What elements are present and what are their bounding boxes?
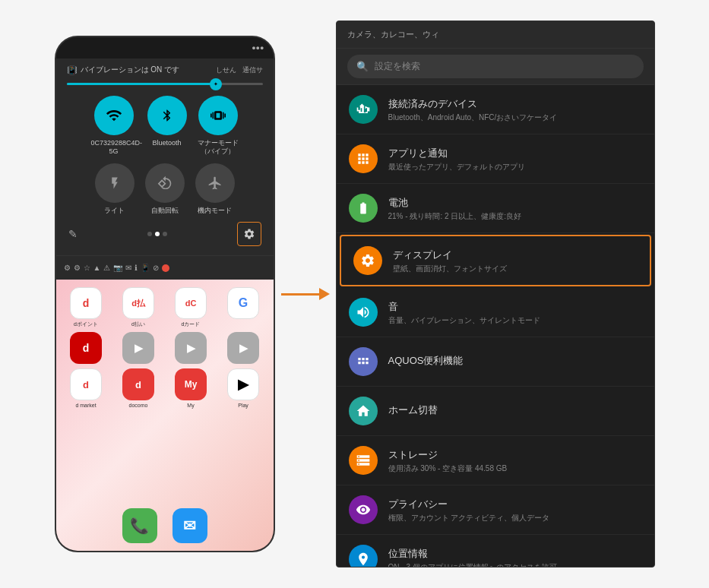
brightness-row [67,83,263,85]
privacy-icon [349,495,378,524]
rotate-toggle[interactable]: 自動回転 [145,163,185,215]
settings-panel: カメラ、カレコー、ウィ 🔍 設定を検索 接続済みのデバイス Bluetooth、 [336,21,655,567]
aquos-title: AQUOS便利機能 [388,354,642,368]
app-dcard[interactable]: dC dカード [167,287,215,327]
vibration-label: 📳 バイブレーションは ON です [67,65,180,75]
connected-devices-subtitle: Bluetooth、Android Auto、NFC/おさいフケータイ [388,112,642,122]
app-generic3[interactable]: ▶ [220,332,267,364]
app-generic2[interactable]: ▶ [167,332,215,364]
location-title: 位置情報 [388,547,642,561]
manner-toggle[interactable]: マナーモード（バイブ） [198,96,239,156]
display-icon [353,246,382,275]
app-d2[interactable]: d [62,332,110,364]
app-dmarket[interactable]: d d market [62,368,110,409]
dot-1 [147,232,152,236]
edit-icon[interactable]: ✎ [68,228,78,240]
settings-item-battery[interactable]: 電池 21% - 残り時間: 2 日以上、健康度:良好 [337,184,654,233]
sound-subtitle: 音量、バイブレーション、サイレントモード [388,315,642,325]
bluetooth-icon [147,96,187,135]
privacy-text: プライバシー 権限、アカウント アクティビティ、個人データ [388,498,642,523]
apps-title: アプリと通知 [388,147,642,160]
settings-item-apps[interactable]: アプリと通知 最近使ったアプリ、デフォルトのアプリ [337,134,654,184]
settings-list: 接続済みのデバイス Bluetooth、Android Auto、NFC/おさい… [337,85,654,567]
bluetooth-toggle[interactable]: Bluetooth [147,96,187,156]
storage-icon [349,446,378,475]
airplane-icon [195,163,235,203]
storage-title: ストレージ [388,448,642,462]
battery-subtitle: 21% - 残り時間: 2 日以上、健康度:良好 [388,211,642,221]
phone-status-bar: ●●● [56,37,274,58]
main-container: ●●● 📳 バイブレーションは ON です しせん 通信サ [0,0,709,588]
sound-title: 音 [388,300,642,314]
airplane-toggle[interactable]: 機内モード [195,163,235,215]
location-icon [349,545,378,567]
storage-subtitle: 使用済み 30% - 空き容量 44.58 GB [388,463,642,473]
rotate-icon [145,163,185,203]
settings-item-storage[interactable]: ストレージ 使用済み 30% - 空き容量 44.58 GB [337,436,654,485]
quick-buttons-row1: 0C7329288C4D-5G Bluetooth [67,96,263,156]
app-google[interactable]: G [220,287,267,327]
aquos-text: AQUOS便利機能 [388,354,642,369]
settings-item-home[interactable]: ホーム切替 [337,387,654,436]
battery-title: 電池 [388,196,642,210]
app-docomo[interactable]: d docomo [115,368,163,409]
display-text: ディスプレイ 壁紙、画面消灯、フォントサイズ [393,248,638,273]
dot-3 [163,232,167,236]
page-dots [147,232,167,236]
settings-item-sound[interactable]: 音 音量、バイブレーション、サイレントモード [337,288,654,337]
quick-buttons-row2: ライト 自動回転 機内モード [67,163,263,215]
settings-item-location[interactable]: 位置情報 ON - 3 個のアプリに位置情報へのアクセスを許可 [337,535,654,567]
apps-subtitle: 最近使ったアプリ、デフォルトのアプリ [388,162,642,172]
battery-icon [349,194,378,223]
privacy-title: プライバシー [388,498,642,511]
search-inner[interactable]: 🔍 設定を検索 [347,55,644,78]
apps-text: アプリと通知 最近使ったアプリ、デフォルトのアプリ [388,147,642,172]
quick-panel: 📳 バイブレーションは ON です しせん 通信サ [56,58,274,255]
search-placeholder: 設定を検索 [375,60,420,73]
sound-icon [349,298,378,327]
app-dpay[interactable]: d払 d払い [115,287,163,327]
settings-item-privacy[interactable]: プライバシー 権限、アカウント アクティビティ、個人データ [337,485,654,535]
sound-text: 音 音量、バイブレーション、サイレントモード [388,300,642,325]
location-text: 位置情報 ON - 3 個のアプリに位置情報へのアクセスを許可 [388,547,642,567]
storage-text: ストレージ 使用済み 30% - 空き容量 44.58 GB [388,448,642,473]
arrow-container [275,288,336,300]
wifi-icon [94,96,134,135]
home-title: ホーム切替 [388,403,642,417]
settings-top-title: カメラ、カレコー、ウィ [347,29,439,40]
settings-item-aquos[interactable]: AQUOS便利機能 [337,337,654,387]
app-my[interactable]: My My [167,368,215,409]
arrow-head [319,288,330,300]
vibration-links: しせん 通信サ [216,65,263,75]
app-phone[interactable]: 📞 [122,508,157,543]
location-subtitle: ON - 3 個のアプリに位置情報へのアクセスを許可 [388,562,642,567]
app-dpoint[interactable]: d dポイント [62,287,110,327]
display-title: ディスプレイ [393,248,638,262]
flashlight-toggle[interactable]: ライト [95,163,135,215]
app-play[interactable]: ▶ Play [220,368,267,409]
settings-item-display[interactable]: ディスプレイ 壁紙、画面消灯、フォントサイズ [340,235,651,286]
display-subtitle: 壁紙、画面消灯、フォントサイズ [393,264,638,273]
privacy-subtitle: 権限、アカウント アクティビティ、個人データ [388,513,642,523]
flashlight-icon [95,163,135,203]
wifi-toggle[interactable]: 0C7329288C4D-5G [91,96,137,156]
notification-bar: ⚙ ⚙ ☆ ▲ ⚠ 📷 ✉ ℹ 📱 ⊘ [56,255,274,280]
home-icon [349,397,378,425]
aquos-icon [349,347,378,376]
vibrate-icon [198,96,238,135]
connected-devices-title: 接続済みのデバイス [388,97,642,111]
home-screen: d dポイント d払 d払い dC dカード [56,280,274,551]
quick-panel-bottom: ✎ [67,219,263,246]
battery-text: 電池 21% - 残り時間: 2 日以上、健康度:良好 [388,196,642,221]
arrow-line [281,293,319,296]
app-generic1[interactable]: ▶ [115,332,163,364]
settings-gear-button[interactable] [237,222,261,246]
app-mail[interactable]: ✉ [173,508,207,543]
settings-item-connected-devices[interactable]: 接続済みのデバイス Bluetooth、Android Auto、NFC/おさい… [337,85,654,134]
direction-arrow [281,288,330,300]
brightness-slider[interactable] [67,83,263,85]
home-text: ホーム切替 [388,403,642,419]
dot-2 [155,232,160,236]
apps-icon [349,144,378,173]
settings-header: カメラ、カレコー、ウィ [337,21,654,49]
